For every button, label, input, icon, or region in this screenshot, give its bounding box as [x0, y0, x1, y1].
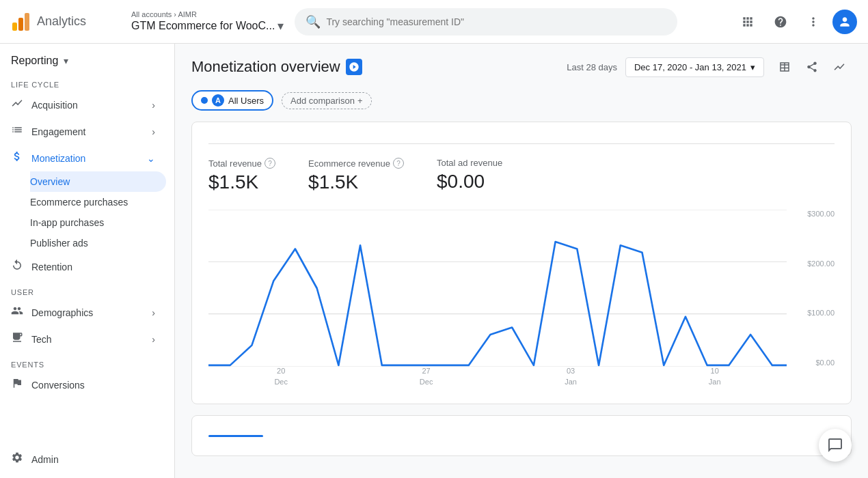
account-name: GTM Ecommerce for WooC...	[131, 20, 275, 32]
reporting-header[interactable]: Reporting ▾	[0, 44, 174, 72]
sidebar-item-acquisition[interactable]: Acquisition ›	[0, 92, 166, 118]
metric-ecommerce-revenue: Ecommerce revenue ? $1.5K	[308, 158, 404, 193]
search-icon: 🔍	[306, 14, 321, 29]
chart-x-labels: 20 Dec 27 Dec 03 Jan 10 Jan	[208, 366, 787, 387]
y-label-0: $0.00	[794, 358, 835, 367]
x-label-jan03: 03 Jan	[565, 366, 577, 387]
page-title-text: Monetization overview	[191, 58, 340, 76]
sidebar-item-monetization[interactable]: Monetization ⌄	[0, 145, 166, 171]
chat-fab-button[interactable]	[819, 429, 852, 462]
user-avatar[interactable]	[832, 10, 857, 34]
conversions-icon	[11, 377, 23, 393]
admin-label: Admin	[31, 454, 59, 465]
total-ad-revenue-value: $0.00	[437, 171, 502, 193]
engagement-chevron: ›	[152, 126, 155, 137]
y-label-300: $300.00	[794, 210, 835, 218]
sidebar-item-retention[interactable]: Retention	[0, 253, 166, 280]
page-title: Monetization overview	[191, 58, 362, 76]
admin-icon	[11, 451, 23, 467]
ecommerce-revenue-info-icon[interactable]: ?	[393, 158, 404, 169]
demographics-chevron: ›	[152, 307, 155, 318]
breadcrumb: All accounts › AIMR	[131, 10, 284, 18]
monetization-icon	[11, 150, 23, 166]
retention-icon	[11, 259, 23, 275]
tech-label: Tech	[31, 334, 52, 345]
more-options-button[interactable]	[800, 8, 827, 36]
table-view-button[interactable]	[772, 55, 797, 79]
demographics-icon	[11, 305, 23, 320]
monetization-chevron: ⌄	[147, 153, 155, 164]
total-revenue-label: Total revenue ?	[208, 158, 275, 169]
chart-area: $300.00 $200.00 $100.00 $0.00 20 Dec 27 …	[208, 210, 835, 387]
acquisition-chevron: ›	[152, 100, 155, 111]
all-users-chip[interactable]: A All Users	[191, 90, 273, 111]
sidebar-item-demographics[interactable]: Demographics ›	[0, 299, 166, 326]
total-revenue-value: $1.5K	[208, 171, 275, 193]
ecommerce-revenue-label: Ecommerce revenue ?	[308, 158, 404, 169]
account-name-row[interactable]: GTM Ecommerce for WooC... ▾	[131, 18, 284, 33]
in-app-purchases-label: In-app purchases	[30, 217, 104, 228]
y-label-200: $200.00	[794, 259, 835, 268]
sidebar-item-overview[interactable]: Overview	[30, 171, 166, 192]
segment-dot	[201, 97, 208, 104]
date-range-area: Last 28 days Dec 17, 2020 - Jan 13, 2021…	[567, 55, 852, 79]
add-comparison-button[interactable]: Add comparison +	[282, 92, 372, 109]
sidebar-item-in-app-purchases[interactable]: In-app purchases	[30, 212, 166, 233]
sidebar-item-ecommerce-purchases[interactable]: Ecommerce purchases	[30, 192, 166, 212]
main-layout: Reporting ▾ LIFE CYCLE Acquisition › Eng…	[0, 44, 868, 478]
date-range-text: Dec 17, 2020 - Jan 13, 2021	[634, 62, 746, 72]
engagement-label: Engagement	[31, 126, 85, 137]
last-period-label: Last 28 days	[567, 62, 617, 72]
sidebar-item-conversions[interactable]: Conversions	[0, 371, 166, 398]
metric-total-revenue: Total revenue ? $1.5K	[208, 158, 275, 193]
monetization-label: Monetization	[31, 153, 85, 164]
sidebar-item-engagement[interactable]: Engagement ›	[0, 118, 166, 145]
app-title: Analytics	[37, 14, 86, 29]
ecommerce-purchases-label: Ecommerce purchases	[30, 197, 128, 208]
help-button[interactable]	[767, 8, 794, 36]
metrics-row: Total revenue ? $1.5K Ecommerce revenue …	[208, 158, 835, 193]
sidebar: Reporting ▾ LIFE CYCLE Acquisition › Eng…	[0, 44, 175, 478]
content-area: Monetization overview Last 28 days Dec 1…	[175, 44, 868, 478]
tech-chevron: ›	[152, 334, 155, 345]
page-title-icon	[346, 59, 362, 75]
date-range-chevron: ▾	[750, 62, 755, 72]
apps-grid-button[interactable]	[734, 8, 761, 36]
date-range-button[interactable]: Dec 17, 2020 - Jan 13, 2021 ▾	[625, 57, 764, 77]
engagement-icon	[11, 124, 23, 139]
add-comparison-icon: +	[357, 96, 363, 106]
account-dropdown-icon[interactable]: ▾	[277, 18, 284, 33]
search-bar[interactable]: 🔍	[295, 8, 677, 36]
search-input[interactable]	[326, 16, 666, 27]
bottom-tab-line	[208, 435, 263, 437]
overview-label: Overview	[30, 176, 70, 187]
sidebar-item-publisher-ads[interactable]: Publisher ads	[30, 233, 166, 253]
comparison-bar: A All Users Add comparison +	[191, 90, 852, 111]
top-header: Analytics All accounts › AIMR GTM Ecomme…	[0, 0, 868, 44]
events-section-label: EVENTS	[0, 352, 174, 371]
chart-svg	[208, 210, 787, 367]
reporting-dropdown-icon[interactable]: ▾	[64, 55, 68, 66]
account-selector[interactable]: All accounts › AIMR GTM Ecommerce for Wo…	[131, 10, 284, 33]
reporting-label: Reporting	[11, 55, 58, 67]
publisher-ads-label: Publisher ads	[30, 238, 88, 249]
page-header: Monetization overview Last 28 days Dec 1…	[191, 55, 852, 79]
sidebar-item-tech[interactable]: Tech ›	[0, 326, 166, 352]
toolbar-icons	[772, 55, 852, 79]
metric-total-ad-revenue: Total ad revenue $0.00	[437, 158, 502, 193]
demographics-label: Demographics	[31, 307, 93, 318]
total-revenue-info-icon[interactable]: ?	[265, 158, 275, 169]
sidebar-item-admin[interactable]: Admin	[0, 446, 166, 473]
logo-area: Analytics	[11, 12, 120, 32]
acquisition-label: Acquisition	[31, 100, 78, 111]
all-users-label: All Users	[228, 96, 264, 106]
monetization-subnav: Overview Ecommerce purchases In-app purc…	[0, 171, 174, 253]
chart-y-labels: $300.00 $200.00 $100.00 $0.00	[794, 210, 835, 367]
analytics-logo	[11, 12, 31, 32]
conversions-label: Conversions	[31, 380, 85, 391]
share-button[interactable]	[800, 55, 824, 79]
header-icons	[734, 8, 857, 36]
insights-button[interactable]	[827, 55, 852, 79]
bottom-card	[191, 415, 852, 456]
y-label-100: $100.00	[794, 309, 835, 317]
